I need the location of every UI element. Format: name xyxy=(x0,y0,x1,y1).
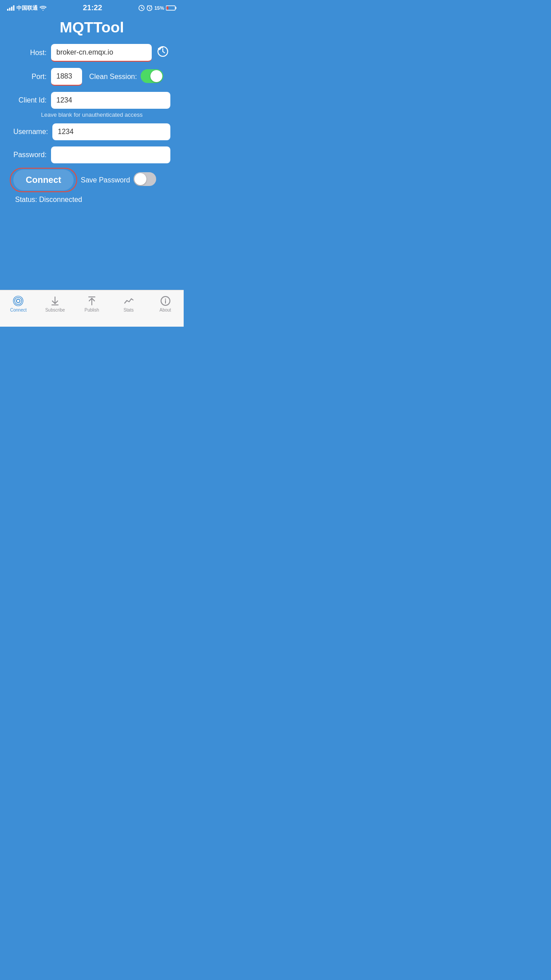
port-label: Port: xyxy=(13,73,51,81)
username-input[interactable] xyxy=(52,123,170,140)
wifi-icon xyxy=(39,5,47,11)
clean-session-label: Clean Session: xyxy=(89,73,137,81)
svg-point-16 xyxy=(16,299,20,303)
client-id-row: Client Id: xyxy=(13,92,170,109)
battery-icon xyxy=(166,5,177,11)
tab-stats[interactable]: Stats xyxy=(110,294,147,314)
tab-publish-label: Publish xyxy=(85,308,99,312)
signal-icon xyxy=(7,5,15,11)
save-password-area: Save Password xyxy=(81,172,156,188)
alarm-icon xyxy=(146,5,153,11)
tab-publish[interactable]: Publish xyxy=(74,294,110,314)
save-password-toggle[interactable] xyxy=(134,172,156,188)
save-password-label: Save Password xyxy=(81,176,130,184)
client-id-label: Client Id: xyxy=(13,96,51,104)
clean-session-toggle[interactable] xyxy=(141,69,163,85)
tab-stats-icon xyxy=(123,296,134,306)
status-time: 21:22 xyxy=(83,4,102,12)
tab-bar: Connect Subscribe Publish Stats xyxy=(0,290,184,327)
form-content: Host: Port: Clean Session: Client Id: Le… xyxy=(0,44,184,204)
svg-rect-0 xyxy=(7,9,8,11)
svg-rect-13 xyxy=(175,7,176,9)
connect-button[interactable]: Connect xyxy=(13,170,74,190)
svg-rect-1 xyxy=(9,8,11,11)
client-id-input[interactable] xyxy=(51,92,170,109)
tab-stats-label: Stats xyxy=(123,308,134,312)
svg-rect-3 xyxy=(13,5,15,11)
svg-line-6 xyxy=(142,8,143,9)
tab-connect-label: Connect xyxy=(10,308,27,312)
tab-publish-icon xyxy=(87,296,97,306)
svg-rect-14 xyxy=(166,7,168,10)
connect-area: Connect Save Password xyxy=(13,170,170,190)
app-title: MQTTool xyxy=(0,14,184,44)
tab-about[interactable]: About xyxy=(147,294,184,314)
tab-subscribe-icon xyxy=(50,296,60,306)
hint-text: Leave blank for unauthenticated access xyxy=(13,111,170,118)
connect-button-label: Connect xyxy=(13,170,74,190)
history-icon xyxy=(157,46,169,57)
svg-line-9 xyxy=(150,8,150,9)
clean-session-slider[interactable] xyxy=(141,69,163,83)
battery-percent: 15% xyxy=(154,5,164,11)
history-button[interactable] xyxy=(155,44,170,62)
tab-connect-icon xyxy=(13,296,24,306)
host-label: Host: xyxy=(13,49,51,57)
svg-rect-2 xyxy=(11,7,12,11)
password-input[interactable] xyxy=(51,146,170,163)
password-label: Password: xyxy=(13,151,51,159)
tab-subscribe-label: Subscribe xyxy=(45,308,65,312)
host-input[interactable] xyxy=(51,44,152,62)
status-bar: 中国联通 21:22 15% xyxy=(0,0,184,14)
tab-about-label: About xyxy=(160,308,171,312)
username-row: Username: xyxy=(13,123,170,140)
carrier-label: 中国联通 xyxy=(16,4,38,12)
connection-status: Status: Disconnected xyxy=(13,196,170,204)
tab-connect[interactable]: Connect xyxy=(0,294,37,314)
username-label: Username: xyxy=(13,128,52,136)
clock-icon xyxy=(138,5,145,11)
tab-about-icon xyxy=(160,296,171,306)
save-password-slider[interactable] xyxy=(134,172,156,186)
status-left: 中国联通 xyxy=(7,4,47,12)
tab-subscribe[interactable]: Subscribe xyxy=(37,294,74,314)
svg-point-17 xyxy=(15,297,22,304)
host-row: Host: xyxy=(13,44,170,62)
password-row: Password: xyxy=(13,146,170,163)
status-right: 15% xyxy=(138,5,177,11)
port-row: Port: Clean Session: xyxy=(13,68,170,86)
port-input[interactable] xyxy=(51,68,82,86)
